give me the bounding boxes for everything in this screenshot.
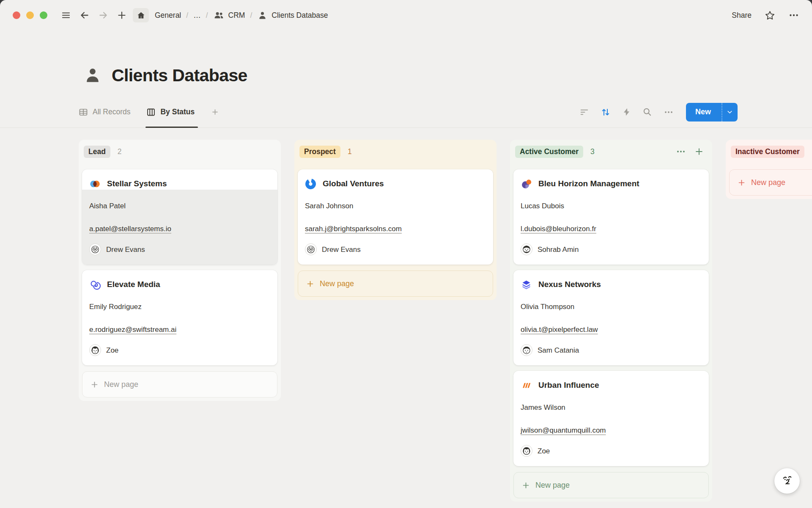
client-card[interactable]: Urban InfluenceJames Wilsonjwilson@quant… bbox=[513, 371, 709, 466]
drew-evans-avatar bbox=[89, 243, 101, 255]
contact-name: Sarah Johnson bbox=[305, 201, 486, 211]
client-card[interactable]: Nexus NetworksOlivia Thompsonolivia.t@pi… bbox=[513, 270, 709, 365]
ring-logo bbox=[305, 178, 316, 190]
client-card[interactable]: Global VenturesSarah Johnsonsarah.j@brig… bbox=[298, 169, 493, 265]
contact-name: James Wilson bbox=[521, 402, 702, 413]
owner-row: Zoe bbox=[521, 445, 702, 457]
page-person-icon bbox=[83, 66, 102, 85]
search-icon[interactable] bbox=[642, 107, 652, 117]
card-body: Sarah Johnsonsarah.j@brightsparksolns.co… bbox=[298, 190, 493, 265]
stripes-logo bbox=[521, 380, 532, 391]
breadcrumb-ellipsis[interactable]: … bbox=[192, 11, 202, 20]
new-page-label: New page bbox=[535, 481, 570, 490]
new-page-button[interactable]: New page bbox=[298, 271, 493, 297]
topbar-actions: Share bbox=[732, 10, 799, 21]
new-page-button[interactable]: New page bbox=[729, 169, 812, 196]
back-button[interactable] bbox=[77, 8, 92, 23]
card-title: Bleu Horizon Management bbox=[538, 178, 639, 190]
spiral-logo bbox=[89, 279, 101, 290]
contact-email[interactable]: l.dubois@bleuhorizon.fr bbox=[521, 224, 596, 234]
board-view-icon bbox=[146, 108, 156, 117]
sohrab-amin-avatar bbox=[521, 243, 532, 255]
owner-row: Zoe bbox=[89, 344, 270, 356]
column-options-icon[interactable] bbox=[676, 146, 686, 157]
view-options-icon[interactable] bbox=[664, 107, 674, 117]
contact-name: Olivia Thompson bbox=[521, 301, 702, 312]
contact-email[interactable]: olivia.t@pixelperfect.law bbox=[521, 324, 598, 335]
new-tab-button[interactable] bbox=[114, 8, 129, 23]
client-card[interactable]: Elevate MediaEmily Rodrigueze.rodriguez@… bbox=[82, 270, 277, 365]
new-page-button[interactable]: New page bbox=[82, 371, 277, 398]
card-title: Nexus Networks bbox=[538, 279, 601, 290]
zoe-avatar bbox=[89, 344, 101, 356]
status-badge[interactable]: Prospect bbox=[299, 146, 340, 158]
tab-by-status[interactable]: By Status bbox=[146, 97, 195, 127]
breadcrumb-crm[interactable]: CRM bbox=[212, 10, 246, 21]
contact-email[interactable]: a.patel@stellarsystems.io bbox=[89, 224, 171, 234]
column-count: 2 bbox=[118, 147, 122, 156]
favorite-star-icon[interactable] bbox=[764, 10, 776, 21]
kanban-board: Lead2Stellar SystemsAisha Patela.patel@s… bbox=[0, 128, 812, 502]
page-title[interactable]: Clients Database bbox=[112, 66, 247, 86]
petal-logo bbox=[521, 178, 532, 190]
card-body: Lucas Duboisl.dubois@bleuhorizon.frSohra… bbox=[513, 190, 709, 265]
contact-email[interactable]: jwilson@quantumquill.com bbox=[521, 425, 606, 436]
assistant-face-button[interactable] bbox=[774, 468, 800, 494]
card-body: Emily Rodrigueze.rodriguez@swiftstream.a… bbox=[82, 290, 277, 365]
top-bar: General / … / CRM / Clients Database Sha… bbox=[0, 0, 812, 30]
zoom-window-button[interactable] bbox=[40, 11, 47, 19]
board-column-inactive-customer: Inactive CustomerNew page bbox=[726, 140, 812, 199]
view-tabs: All Records By Status bbox=[79, 97, 219, 127]
breadcrumb-clients-database[interactable]: Clients Database bbox=[256, 10, 329, 21]
plus-icon bbox=[306, 280, 314, 288]
card-title: Elevate Media bbox=[107, 279, 160, 290]
card-title: Stellar Systems bbox=[107, 178, 167, 190]
sidebar-menu-icon[interactable] bbox=[58, 8, 74, 23]
contact-email[interactable]: sarah.j@brightsparksolns.com bbox=[305, 224, 402, 234]
person-icon bbox=[257, 10, 268, 21]
column-count: 1 bbox=[348, 147, 352, 156]
column-header-inactive-customer: Inactive Customer bbox=[731, 145, 812, 158]
close-window-button[interactable] bbox=[13, 11, 20, 19]
zoe-avatar bbox=[521, 445, 532, 457]
sort-icon[interactable] bbox=[601, 107, 611, 117]
contact-name: Lucas Dubois bbox=[521, 201, 702, 211]
tab-all-records[interactable]: All Records bbox=[79, 97, 130, 127]
venn-diagram-logo bbox=[89, 178, 101, 190]
board-column-prospect: Prospect1Global VenturesSarah Johnsonsar… bbox=[294, 140, 497, 300]
view-bar: All Records By Status bbox=[0, 97, 812, 128]
status-badge[interactable]: Lead bbox=[84, 146, 110, 158]
automations-lightning-icon[interactable] bbox=[622, 108, 631, 116]
breadcrumb-separator: / bbox=[182, 11, 192, 20]
plus-icon bbox=[91, 381, 99, 389]
contact-email[interactable]: e.rodriguez@swiftstream.ai bbox=[89, 324, 176, 335]
new-page-label: New page bbox=[320, 279, 354, 288]
owner-name: Sam Catania bbox=[538, 345, 579, 356]
breadcrumb: General / … / CRM / Clients Database bbox=[154, 10, 329, 21]
column-add-card-icon[interactable] bbox=[694, 147, 704, 156]
more-options-icon[interactable] bbox=[788, 10, 799, 21]
breadcrumb-general[interactable]: General bbox=[154, 11, 182, 20]
share-button[interactable]: Share bbox=[732, 11, 752, 20]
owner-name: Zoe bbox=[106, 345, 118, 356]
column-header-prospect: Prospect1 bbox=[299, 145, 491, 158]
home-icon[interactable] bbox=[133, 8, 149, 22]
new-page-button[interactable]: New page bbox=[513, 472, 709, 498]
status-badge[interactable]: Active Customer bbox=[515, 146, 583, 158]
people-group-icon bbox=[213, 10, 225, 21]
client-card[interactable]: Stellar SystemsAisha Patela.patel@stella… bbox=[82, 169, 277, 265]
page-header: Clients Database bbox=[83, 64, 812, 87]
drew-evans-avatar bbox=[305, 243, 317, 255]
owner-row: Sohrab Amin bbox=[521, 243, 702, 255]
filter-icon[interactable] bbox=[579, 107, 589, 117]
new-page-label: New page bbox=[104, 380, 138, 389]
add-view-icon[interactable] bbox=[211, 97, 219, 127]
minimize-window-button[interactable] bbox=[26, 11, 34, 19]
new-record-dropdown[interactable] bbox=[721, 103, 738, 121]
plus-icon bbox=[738, 179, 746, 187]
new-record-button[interactable]: New bbox=[686, 103, 738, 121]
table-view-icon bbox=[79, 108, 88, 117]
forward-button[interactable] bbox=[96, 8, 111, 23]
client-card[interactable]: Bleu Horizon ManagementLucas Duboisl.dub… bbox=[513, 169, 709, 265]
status-badge[interactable]: Inactive Customer bbox=[731, 146, 804, 158]
